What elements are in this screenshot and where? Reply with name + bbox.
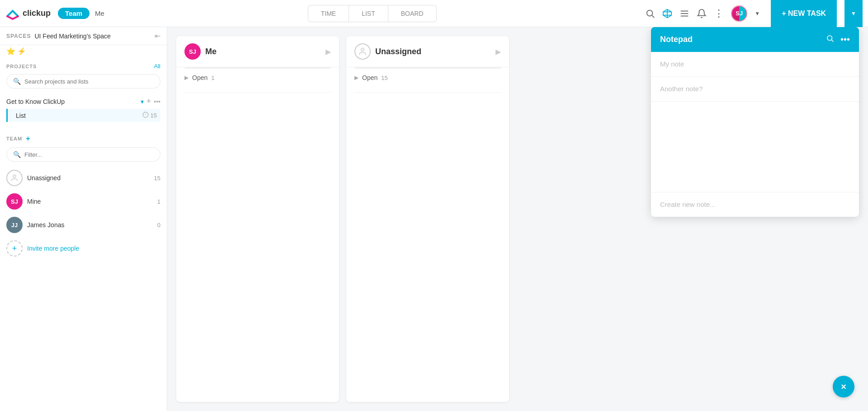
team-add-icon[interactable]: + [26,135,30,143]
svg-point-14 [361,48,364,51]
team-section: TEAM + 🔍 Unassigned 15 SJ [0,129,167,266]
avatar-dropdown-arrow[interactable]: ▼ [755,10,760,17]
member-count-mine: 1 [157,198,160,205]
task-group-count-unassigned: 15 [381,75,387,81]
tab-list[interactable]: LIST [349,5,388,22]
sidebar: SPACES UI Feed Marketing's Space ⇤ ⭐ ⚡ P… [0,27,167,411]
app-logo-text: clickup [23,9,51,18]
star-icon[interactable]: ⭐ [6,47,15,56]
notepad-more-icon[interactable]: ••• [840,34,850,45]
filter-input[interactable] [24,151,154,158]
member-row-unassigned[interactable]: Unassigned 15 [6,166,160,190]
column-header-me: SJ Me ▶ [176,36,339,67]
task-section-unassigned: ▶ Open 15 [346,69,509,90]
project-item[interactable]: Get to Know ClickUp ▾ + ••• [6,94,160,109]
member-name-james: James Jonas [27,221,153,229]
svg-point-13 [13,175,16,177]
member-count-james: 0 [157,222,160,229]
task-group-label-me: Open [192,74,208,81]
more-options-icon[interactable]: ⋮ [714,9,724,19]
task-group-label-unassigned: Open [362,74,377,81]
project-more-icon[interactable]: ••• [154,98,160,105]
icon-badges: ⭐ ⚡ [0,45,167,57]
board-column-unassigned: Unassigned ▶ ▶ Open 15 [346,36,509,402]
column-avatar-unassigned [354,43,371,60]
list-count: 15 [151,112,157,119]
project-search-box: 🔍 [6,74,160,89]
tab-time[interactable]: TIME [308,5,349,22]
projects-section: PROJECTS All 🔍 Get to Know ClickUp ▾ + •… [0,57,167,129]
column-avatar-me: SJ [184,43,201,60]
member-avatar-james: JJ [6,217,23,233]
list-count-icon [142,112,149,119]
note-item-2[interactable]: Another note? [651,77,859,102]
project-search-input[interactable] [24,78,154,85]
avatar-initials: SJ [736,10,743,17]
project-expand-icon[interactable]: ▾ [141,98,144,105]
notification-icon[interactable] [697,9,707,19]
nav-icons: ⋮ SJ ▼ [645,5,760,22]
task-group-open-me[interactable]: ▶ Open 1 [184,74,331,81]
sidebar-collapse-button[interactable]: ⇤ [155,32,160,40]
notepad-panel: Notepad ••• My note Another note? [651,27,859,217]
close-fab-icon: × [841,382,846,392]
projects-label: PROJECTS [6,64,37,69]
project-add-icon[interactable]: + [146,97,151,106]
notepad-empty-space [651,102,859,192]
team-badge[interactable]: Team [58,8,90,19]
svg-point-15 [827,36,832,41]
new-task-divider [840,0,841,27]
team-label: TEAM [6,136,22,141]
task-group-open-unassigned[interactable]: ▶ Open 15 [354,74,501,81]
logo-icon [5,6,20,21]
member-avatar-mine: SJ [6,193,23,210]
column-expand-icon-me[interactable]: ▶ [326,47,331,56]
filter-box: 🔍 [6,147,160,162]
cube-icon[interactable] [662,9,672,19]
unassigned-avatar [6,170,23,186]
main-layout: SPACES UI Feed Marketing's Space ⇤ ⭐ ⚡ P… [0,27,868,411]
list-view-icon[interactable] [679,9,689,19]
create-note-area[interactable]: Create new note... [651,192,859,217]
column-title-me: Me [205,47,217,56]
sidebar-spaces-header: SPACES UI Feed Marketing's Space ⇤ [0,27,167,45]
column-expand-icon-unassigned[interactable]: ▶ [495,47,501,56]
task-section-me: ▶ Open 1 [176,69,339,90]
new-task-button[interactable]: + NEW TASK [771,0,837,27]
notepad-header: Notepad ••• [651,27,859,52]
top-nav: clickup Team Me TIME LIST BOARD [0,0,868,27]
close-fab-button[interactable]: × [833,376,854,397]
main-content: SJ Me ▶ ▶ Open 1 [167,27,868,411]
invite-row[interactable]: + Invite more people [6,237,160,260]
search-icon[interactable] [645,9,655,19]
tab-board[interactable]: BOARD [388,5,437,22]
list-item[interactable]: List 15 [6,109,160,122]
notepad-title: Notepad [660,35,693,44]
task-divider-unassigned [354,92,501,93]
invite-label[interactable]: Invite more people [27,245,79,252]
note-item-2-text: Another note? [660,85,703,93]
task-divider-me [184,92,331,93]
svg-line-1 [652,15,654,18]
notepad-search-icon[interactable] [826,34,834,45]
member-name-mine: Mine [27,198,153,205]
create-note-text: Create new note... [660,201,716,208]
member-row-mine[interactable]: SJ Mine 1 [6,190,160,213]
task-group-arrow-me: ▶ [184,75,189,81]
new-task-arrow[interactable]: ▼ [844,0,863,27]
svg-point-0 [647,10,653,16]
list-name: List [16,112,142,119]
filter-search-icon: 🔍 [13,151,21,158]
note-item-1[interactable]: My note [651,52,859,77]
member-name-unassigned: Unassigned [27,174,150,182]
avatar[interactable]: SJ [731,5,747,22]
board-column-me: SJ Me ▶ ▶ Open 1 [176,36,339,402]
projects-all-link[interactable]: All [154,63,160,70]
svg-line-16 [831,40,833,42]
task-group-count-me: 1 [211,75,214,81]
logo-area: clickup [5,6,51,21]
team-header: TEAM + [6,135,160,143]
member-row-james[interactable]: JJ James Jonas 0 [6,213,160,237]
nav-tabs: TIME LIST BOARD [108,5,636,22]
bolt-icon[interactable]: ⚡ [17,47,26,56]
